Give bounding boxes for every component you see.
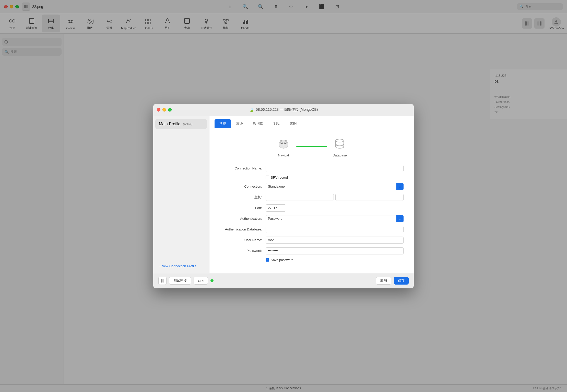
port-row: Port: (220, 204, 404, 212)
new-profile-button[interactable]: + New Connection Profile (155, 262, 207, 270)
tab-advanced[interactable]: 高级 (231, 119, 248, 128)
dialog-footer: 测试连接 URI 取消 保存 (153, 273, 414, 288)
auth-select[interactable]: Password (266, 215, 404, 222)
svg-point-48 (283, 145, 284, 145)
edit-connection-dialog: 🍃 58.56.115.228 — 编辑连接 (MongoDB) Main Pr… (153, 104, 414, 288)
srv-record-label: SRV record (271, 176, 288, 179)
connection-type-select[interactable]: Standalone (266, 183, 404, 190)
profile-active-badge: (Active) (183, 122, 192, 126)
database-icon-svg (332, 136, 347, 151)
dialog-body: Main Profile (Active) + New Connection P… (153, 116, 414, 273)
host-row: 主机: (220, 194, 404, 201)
save-password-row: Save password (266, 258, 404, 262)
uri-button[interactable]: URI (194, 277, 208, 285)
auth-db-row: Authentication Database: (220, 226, 404, 233)
tab-database[interactable]: 数据库 (248, 119, 268, 128)
profile-name: Main Profile (159, 122, 180, 126)
svg-point-50 (336, 145, 344, 148)
test-connection-button[interactable]: 测试连接 (169, 277, 191, 285)
connection-name-row: Connection Name: (220, 165, 404, 172)
navicat-icon-group: Navicat (276, 136, 291, 157)
auth-select-wrapper: Password ⌄ (266, 215, 404, 222)
auth-db-input[interactable] (266, 226, 404, 233)
connection-visual: Navicat Database (220, 136, 404, 157)
footer-left: 测试连接 URI (158, 277, 214, 285)
navicat-label: Navicat (278, 153, 289, 157)
connection-type-label: Connection: (220, 185, 266, 188)
auth-db-label: Authentication Database: (220, 227, 266, 231)
svg-point-47 (285, 143, 286, 144)
navicat-logo-icon (276, 136, 291, 151)
port-input[interactable] (266, 204, 286, 212)
footer-right: 取消 保存 (376, 277, 409, 285)
dialog-traffic-lights[interactable] (157, 108, 172, 112)
svg-point-49 (336, 139, 344, 142)
profile-panel: Main Profile (Active) + New Connection P… (153, 116, 209, 273)
host-label: 主机: (220, 195, 266, 200)
password-row: Password: (220, 247, 404, 254)
srv-record-checkbox[interactable] (266, 176, 269, 179)
dialog-title-icon: 🍃 (249, 107, 254, 112)
dialog-minimize-button[interactable] (162, 108, 166, 112)
content-panel: 常规 高级 数据库 SSL SSH (209, 116, 414, 273)
database-icon-group: Database (332, 136, 347, 157)
host-extra-input[interactable] (335, 194, 404, 201)
svg-rect-51 (161, 279, 162, 283)
srv-record-row: SRV record (266, 176, 404, 179)
tab-ssl[interactable]: SSL (268, 119, 285, 128)
form-area: Navicat Database (209, 128, 414, 273)
connection-name-input[interactable] (266, 165, 404, 172)
connection-status-dot (210, 279, 214, 282)
svg-point-46 (281, 143, 283, 144)
username-row: User Name: (220, 237, 404, 244)
database-label: Database (333, 153, 347, 157)
profile-item-main[interactable]: Main Profile (Active) (155, 119, 207, 129)
connection-name-label: Connection Name: (220, 166, 266, 170)
username-label: User Name: (220, 238, 266, 242)
username-input[interactable] (266, 237, 404, 244)
cancel-button[interactable]: 取消 (376, 277, 391, 285)
connection-type-wrapper: Standalone ⌄ (266, 183, 404, 190)
tab-general[interactable]: 常规 (215, 119, 231, 128)
footer-layout-button[interactable] (158, 277, 167, 285)
auth-row: Authentication: Password ⌄ (220, 215, 404, 222)
save-password-checkbox[interactable] (266, 258, 269, 262)
connection-tabs: 常规 高级 数据库 SSL SSH (209, 116, 414, 128)
password-label: Password: (220, 249, 266, 253)
connection-line (296, 146, 327, 147)
connection-type-row: Connection: Standalone ⌄ (220, 183, 404, 190)
save-button[interactable]: 保存 (394, 277, 409, 285)
svg-rect-52 (162, 279, 164, 283)
dialog-maximize-button[interactable] (168, 108, 172, 112)
dialog-title: 58.56.115.228 — 编辑连接 (MongoDB) (256, 107, 318, 112)
modal-overlay: 🍃 58.56.115.228 — 编辑连接 (MongoDB) Main Pr… (0, 0, 567, 392)
save-password-label: Save password (271, 258, 293, 262)
auth-label: Authentication: (220, 217, 266, 220)
host-input[interactable] (266, 194, 334, 201)
port-label: Port: (220, 206, 266, 210)
dialog-titlebar: 🍃 58.56.115.228 — 编辑连接 (MongoDB) (153, 104, 414, 116)
dialog-close-button[interactable] (157, 108, 160, 112)
password-input[interactable] (266, 247, 404, 254)
tab-ssh[interactable]: SSH (285, 119, 302, 128)
